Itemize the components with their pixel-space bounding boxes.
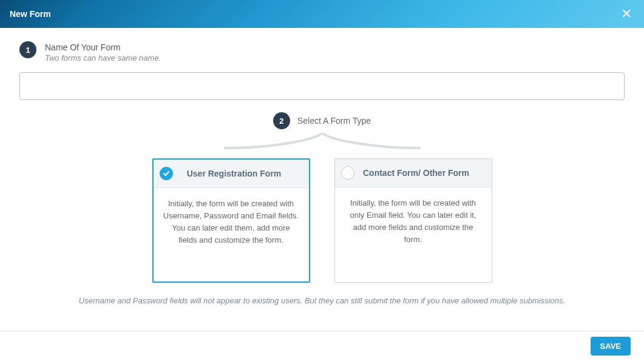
card-contact-form[interactable]: Contact Form/ Other Form Initially, the … bbox=[334, 158, 492, 283]
modal-title: New Form bbox=[10, 9, 51, 19]
step1-row: 1 Name Of Your Form Two forms can have s… bbox=[19, 41, 625, 62]
form-name-input[interactable] bbox=[19, 72, 625, 100]
step1-badge: 1 bbox=[19, 41, 36, 58]
card-title: User Registration Form bbox=[166, 169, 303, 178]
form-type-cards: User Registration Form Initially, the fo… bbox=[19, 158, 625, 283]
info-note: Username and Password fields will not ap… bbox=[19, 296, 625, 305]
step1-label: Name Of Your Form bbox=[45, 42, 161, 52]
step2-label: Select A Form Type bbox=[297, 116, 371, 126]
brace-decoration bbox=[19, 133, 625, 151]
modal-header: New Form ✕ bbox=[0, 0, 644, 28]
step1-text: Name Of Your Form Two forms can have sam… bbox=[45, 41, 161, 62]
step2-row: 2 Select A Form Type bbox=[19, 112, 625, 129]
modal-footer: SAVE bbox=[0, 331, 644, 361]
card-header: Contact Form/ Other Form bbox=[335, 159, 492, 187]
save-button[interactable]: SAVE bbox=[591, 337, 631, 356]
card-header: User Registration Form bbox=[154, 160, 309, 188]
step2-badge: 2 bbox=[273, 112, 290, 129]
close-icon[interactable]: ✕ bbox=[619, 5, 634, 23]
card-description: Initially, the form will be created with… bbox=[154, 188, 309, 257]
card-description: Initially, the form will be created with… bbox=[335, 187, 492, 256]
card-title: Contact Form/ Other Form bbox=[347, 168, 486, 178]
step1-hint: Two forms can have same name. bbox=[45, 53, 161, 62]
modal-content: 1 Name Of Your Form Two forms can have s… bbox=[0, 28, 644, 319]
card-user-registration[interactable]: User Registration Form Initially, the fo… bbox=[152, 158, 310, 283]
